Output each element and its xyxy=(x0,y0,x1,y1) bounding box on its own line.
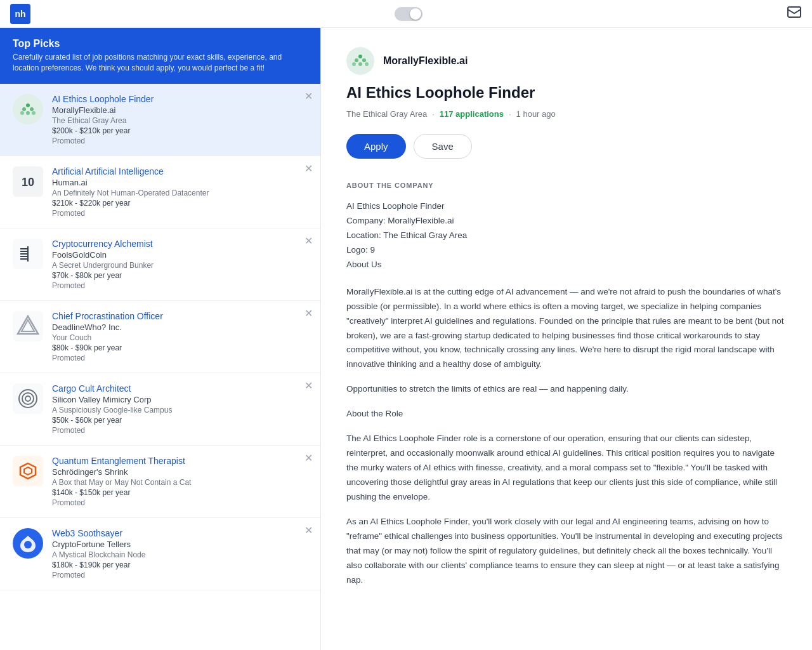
job-detail-location: The Ethical Gray Area xyxy=(346,109,427,119)
dot-separator: · xyxy=(432,109,435,119)
topbar: nh xyxy=(0,0,812,28)
job-salary: $70k - $80k per year xyxy=(52,271,310,280)
company-logo xyxy=(13,239,43,269)
svg-point-31 xyxy=(352,62,356,66)
job-salary: $180k - $190k per year xyxy=(52,560,310,569)
svg-point-32 xyxy=(358,62,362,66)
job-info: Quantum Entanglement Therapist Schröding… xyxy=(52,456,310,507)
close-icon[interactable]: ✕ xyxy=(304,91,313,102)
company-logo xyxy=(13,94,43,124)
company-info-company: Company: MorallyFlexible.ai xyxy=(346,214,787,229)
close-icon[interactable]: ✕ xyxy=(304,526,313,536)
company-details: AI Ethics Loophole Finder Company: Moral… xyxy=(346,199,787,272)
svg-point-3 xyxy=(22,107,26,111)
about-role-heading: About the Role xyxy=(346,407,787,421)
toggle-track[interactable] xyxy=(395,7,422,21)
svg-rect-20 xyxy=(13,383,43,414)
job-title: Chief Procrastination Officer xyxy=(52,311,310,321)
job-detail-title: AI Ethics Loophole Finder xyxy=(346,84,787,102)
svg-point-28 xyxy=(358,55,362,58)
company-logo xyxy=(13,456,43,486)
close-icon[interactable]: ✕ xyxy=(304,236,313,246)
list-item[interactable]: 10 Artificial Artificial Intelligence Hu… xyxy=(0,156,320,229)
job-list: AI Ethics Loophole Finder MorallyFlexibl… xyxy=(0,84,320,650)
job-company: FoolsGoldCoin xyxy=(52,250,310,260)
job-salary: $80k - $90k per year xyxy=(52,343,310,352)
job-info: Cryptocurrency Alchemist FoolsGoldCoin A… xyxy=(52,239,310,290)
about-company-heading: ABOUT THE COMPANY xyxy=(346,182,787,189)
job-salary: $140k - $150k per year xyxy=(52,488,310,497)
company-info-title: AI Ethics Loophole Finder xyxy=(346,199,787,214)
list-item[interactable]: Web3 Soothsayer CryptoFortune Tellers A … xyxy=(0,518,320,590)
job-tag: Promoted xyxy=(52,426,310,435)
list-item[interactable]: AI Ethics Loophole Finder MorallyFlexibl… xyxy=(0,84,320,156)
job-tag: Promoted xyxy=(52,571,310,580)
job-location: Your Couch xyxy=(52,333,310,342)
svg-point-5 xyxy=(20,111,24,115)
job-info: Cargo Cult Architect Silicon Valley Mimi… xyxy=(52,383,310,435)
svg-point-7 xyxy=(32,111,36,115)
save-button[interactable]: Save xyxy=(414,134,472,159)
job-company: DeadlineWho? Inc. xyxy=(52,322,310,332)
close-icon[interactable]: ✕ xyxy=(304,308,313,319)
list-item[interactable]: Quantum Entanglement Therapist Schröding… xyxy=(0,446,320,518)
job-title: Quantum Entanglement Therapist xyxy=(52,456,310,466)
applications-count: 117 applications xyxy=(440,109,504,119)
top-picks-title: Top Picks xyxy=(13,38,308,50)
job-salary: $210k - $220k per year xyxy=(52,199,310,208)
top-picks-banner: Top Picks Carefully curated list of job … xyxy=(0,28,320,84)
main-layout: Top Picks Carefully curated list of job … xyxy=(0,28,812,650)
inbox-icon[interactable] xyxy=(787,4,802,23)
company-logo xyxy=(13,383,43,414)
close-icon[interactable]: ✕ xyxy=(304,164,313,174)
job-title: Artificial Artificial Intelligence xyxy=(52,166,310,176)
company-logo: 10 xyxy=(13,166,43,197)
job-meta: The Ethical Gray Area · 117 applications… xyxy=(346,109,787,119)
job-salary: $200k - $210k per year xyxy=(52,126,310,135)
company-name: MorallyFlexible.ai xyxy=(383,55,468,67)
job-location: An Definitely Not Human-Operated Datacen… xyxy=(52,189,310,197)
job-info: Chief Procrastination Officer DeadlineWh… xyxy=(52,311,310,362)
company-info-logo: Logo: 9 xyxy=(346,243,787,258)
svg-point-33 xyxy=(365,62,369,66)
close-icon[interactable]: ✕ xyxy=(304,453,313,463)
job-title: Cargo Cult Architect xyxy=(52,383,310,394)
svg-point-1 xyxy=(13,94,43,124)
about-us-text: MorallyFlexible.ai is at the cutting edg… xyxy=(346,285,787,373)
action-buttons: Apply Save xyxy=(346,134,787,159)
svg-point-30 xyxy=(362,58,366,62)
posted-time: 1 hour ago xyxy=(516,109,556,119)
job-tag: Promoted xyxy=(52,281,310,290)
svg-point-27 xyxy=(346,47,374,75)
list-item[interactable]: Cargo Cult Architect Silicon Valley Mimi… xyxy=(0,373,320,446)
list-item[interactable]: Chief Procrastination Officer DeadlineWh… xyxy=(0,301,320,373)
svg-rect-24 xyxy=(13,456,43,486)
svg-point-4 xyxy=(30,107,34,111)
job-location: A Suspiciously Google-like Campus xyxy=(52,406,310,415)
job-company: Human.ai xyxy=(52,178,310,187)
svg-rect-0 xyxy=(788,7,801,17)
job-info: AI Ethics Loophole Finder MorallyFlexibl… xyxy=(52,94,310,145)
toggle-switch[interactable] xyxy=(395,7,422,21)
job-tag: Promoted xyxy=(52,354,310,362)
toggle-thumb xyxy=(410,8,421,20)
dot-separator-2: · xyxy=(509,109,511,119)
job-company: Schrödinger's Shrink xyxy=(52,467,310,477)
svg-point-6 xyxy=(26,111,30,115)
company-info-location: Location: The Ethical Gray Area xyxy=(346,229,787,243)
job-company: MorallyFlexible.ai xyxy=(52,105,310,115)
app-logo: nh xyxy=(10,4,30,24)
opportunities-text: Opportunities to stretch the limits of e… xyxy=(346,382,787,397)
job-location: A Box that May or May Not Contain a Cat xyxy=(52,478,310,487)
job-location: A Secret Underground Bunker xyxy=(52,261,310,270)
job-info: Web3 Soothsayer CryptoFortune Tellers A … xyxy=(52,528,310,580)
svg-text:10: 10 xyxy=(22,176,34,189)
job-title: AI Ethics Loophole Finder xyxy=(52,94,310,104)
close-icon[interactable]: ✕ xyxy=(304,381,313,391)
apply-button[interactable]: Apply xyxy=(346,134,406,159)
job-title: Web3 Soothsayer xyxy=(52,528,310,538)
svg-point-29 xyxy=(355,58,358,62)
company-header: MorallyFlexible.ai xyxy=(346,47,787,75)
job-tag: Promoted xyxy=(52,136,310,145)
list-item[interactable]: Cryptocurrency Alchemist FoolsGoldCoin A… xyxy=(0,229,320,301)
